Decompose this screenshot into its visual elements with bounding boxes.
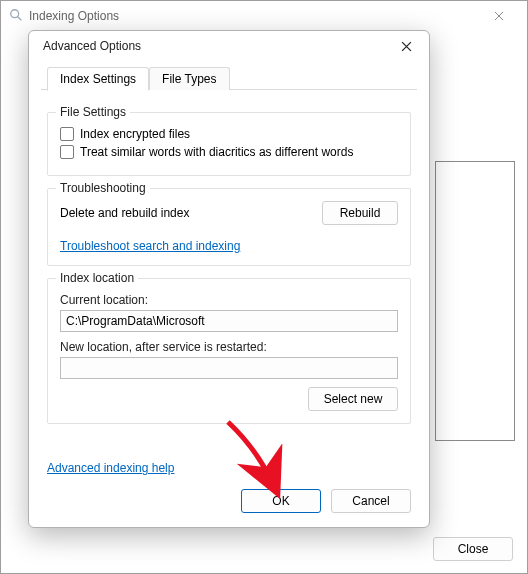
checkbox-label: Index encrypted files <box>80 127 190 141</box>
dialog-tabs: Index Settings File Types <box>29 61 429 90</box>
group-index-location: Index location Current location: C:\Prog… <box>47 278 411 424</box>
checkbox-row-diacritics[interactable]: Treat similar words with diacritics as d… <box>60 145 398 159</box>
checkbox-row-encrypted[interactable]: Index encrypted files <box>60 127 398 141</box>
current-location-label: Current location: <box>60 293 398 307</box>
tab-index-settings[interactable]: Index Settings <box>47 67 149 91</box>
svg-line-1 <box>18 16 22 20</box>
dialog-close-button[interactable] <box>389 32 423 60</box>
cancel-button[interactable]: Cancel <box>331 489 411 513</box>
new-location-label: New location, after service is restarted… <box>60 340 398 354</box>
parent-close-footer-button[interactable]: Close <box>433 537 513 561</box>
close-icon <box>401 41 412 52</box>
tab-label: File Types <box>162 72 216 86</box>
advanced-help-link[interactable]: Advanced indexing help <box>47 461 174 475</box>
svg-point-0 <box>11 9 19 17</box>
parent-close-button[interactable] <box>479 1 519 31</box>
checkbox-label: Treat similar words with diacritics as d… <box>80 145 353 159</box>
group-legend-troubleshooting: Troubleshooting <box>56 181 150 195</box>
dialog-titlebar: Advanced Options <box>29 31 429 61</box>
parent-title: Indexing Options <box>29 9 119 23</box>
dialog-title: Advanced Options <box>43 39 141 53</box>
parent-side-panel <box>435 161 515 441</box>
parent-titlebar: Indexing Options <box>1 1 527 31</box>
rebuild-button[interactable]: Rebuild <box>322 201 398 225</box>
current-location-field: C:\ProgramData\Microsoft <box>60 310 398 332</box>
tab-label: Index Settings <box>60 72 136 86</box>
new-location-input[interactable] <box>60 357 398 379</box>
checkbox-encrypted[interactable] <box>60 127 74 141</box>
troubleshooting-text: Delete and rebuild index <box>60 206 189 220</box>
tab-file-types[interactable]: File Types <box>149 67 229 90</box>
group-legend-index-location: Index location <box>56 271 138 285</box>
dialog-body: File Settings Index encrypted files Trea… <box>29 90 429 459</box>
current-location-value: C:\ProgramData\Microsoft <box>66 314 205 328</box>
troubleshoot-link[interactable]: Troubleshoot search and indexing <box>60 239 240 253</box>
magnifier-icon <box>9 8 23 25</box>
dialog-button-row: OK Cancel <box>29 475 429 527</box>
group-file-settings: File Settings Index encrypted files Trea… <box>47 112 411 176</box>
select-new-button[interactable]: Select new <box>308 387 398 411</box>
advanced-options-dialog: Advanced Options Index Settings File Typ… <box>28 30 430 528</box>
group-legend-file-settings: File Settings <box>56 105 130 119</box>
ok-button[interactable]: OK <box>241 489 321 513</box>
checkbox-diacritics[interactable] <box>60 145 74 159</box>
group-troubleshooting: Troubleshooting Delete and rebuild index… <box>47 188 411 266</box>
